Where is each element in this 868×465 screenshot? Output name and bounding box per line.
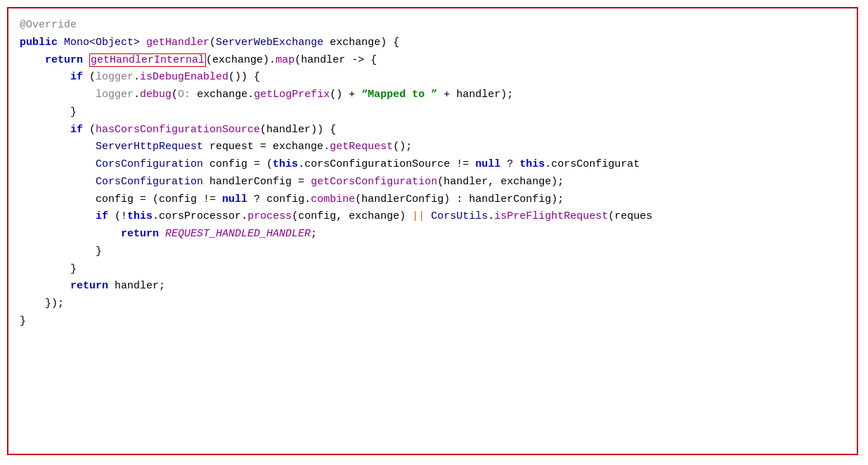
field-corsconfigurationsource: corsConfigurationSource — [304, 158, 450, 170]
keyword-this-1: this — [273, 158, 298, 170]
ref-o: O: — [178, 89, 190, 101]
code-line-3: return getHandlerInternal(exchange).map(… — [20, 52, 846, 70]
ref-reques: reques — [614, 210, 652, 222]
method-getrequest: getRequest — [330, 141, 393, 153]
method-gethandler: getHandler — [146, 37, 209, 49]
var-handlerconfig: handlerConfig — [209, 176, 292, 188]
code-line-15: } — [20, 261, 846, 279]
code-line-10: CorsConfiguration handlerConfig = getCor… — [20, 174, 846, 191]
code-block: @Override public Mono<Object> getHandler… — [7, 7, 858, 455]
var-config: config — [209, 158, 247, 170]
ref-handler-1: handler — [456, 89, 500, 101]
ref-handlerconfig-2: handlerConfig — [469, 193, 551, 205]
keyword-if-2: if — [70, 124, 83, 136]
field-corsprocessor: corsProcessor — [159, 210, 241, 222]
code-line-17: }); — [20, 295, 846, 313]
param-handler: handler — [301, 54, 345, 66]
code-line-16: return handler; — [20, 278, 846, 295]
type-serverhttprequest: ServerHttpRequest — [96, 141, 203, 153]
code-line-14: } — [20, 243, 846, 261]
ref-exchange-3: exchange — [273, 141, 323, 153]
string-mapped-to: “Mapped to ” — [361, 89, 437, 101]
code-line-18: } — [20, 313, 846, 331]
param-handler-3: handler — [443, 176, 488, 188]
param-config-2: config — [298, 210, 336, 222]
method-getcorsconfiguration: getCorsConfiguration — [311, 176, 437, 188]
var-request: request — [209, 141, 254, 153]
code-line-6: } — [20, 104, 846, 122]
type-serverwebexchange: ServerWebExchange — [216, 37, 323, 49]
ref-handlerconfig: handlerConfig — [361, 193, 443, 205]
type-corsconfiguration-2: CorsConfiguration — [96, 176, 203, 188]
code-line-8: ServerHttpRequest request = exchange.get… — [20, 139, 846, 156]
code-line-2: public Mono<Object> getHandler(ServerWeb… — [20, 34, 846, 52]
code-line-5: logger.debug(O: exchange.getLogPrefix() … — [20, 87, 846, 104]
ref-config-combine: config — [266, 193, 304, 205]
method-ispreflightrequest: isPreFlightRequest — [494, 210, 608, 222]
type-corsutils: CorsUtils — [431, 210, 488, 222]
const-request-handled-handler: REQUEST_HANDLED_HANDLER — [165, 228, 311, 240]
method-map: map — [276, 54, 294, 66]
ref-corsconfigurat: corsConfigurat — [551, 158, 640, 170]
code-line-13: return REQUEST_HANDLED_HANDLER; — [20, 226, 846, 243]
code-line-11: config = (config != null ? config.combin… — [20, 191, 846, 209]
keyword-return-2: return — [121, 228, 159, 240]
code-line-7: if (hasCorsConfigurationSource(handler))… — [20, 122, 846, 139]
param-exchange-5: exchange — [349, 210, 399, 222]
var-config-2: config — [96, 193, 134, 205]
ref-exchange-getlogprefix: exchange — [197, 89, 247, 101]
keyword-this-2: this — [519, 158, 545, 170]
keyword-return-1: return — [45, 54, 83, 66]
method-combine: combine — [311, 193, 355, 205]
param-exchange-2: exchange — [212, 54, 263, 66]
code-line-4: if (logger.isDebugEnabled()) { — [20, 69, 846, 87]
keyword-if-3: if — [96, 210, 108, 222]
code-line-12: if (!this.corsProcessor.process(config, … — [20, 208, 846, 226]
type-corsconfiguration-1: CorsConfiguration — [96, 158, 203, 170]
param-exchange: exchange — [330, 37, 380, 49]
method-gethandlerinternal-highlighted: getHandlerInternal — [89, 53, 206, 67]
method-isdebugenabled: isDebugEnabled — [140, 71, 228, 83]
keyword-if-1: if — [70, 71, 83, 83]
operator-or: || — [412, 210, 425, 222]
param-handler-2: handler — [266, 124, 311, 136]
keyword-return-3: return — [70, 280, 108, 292]
ref-logger-1: logger — [96, 71, 134, 83]
ref-handler-return: handler — [115, 280, 159, 292]
type-mono: Mono<Object> — [64, 37, 140, 49]
code-line-1: @Override — [20, 17, 846, 34]
code-line-9: CorsConfiguration config = (this.corsCon… — [20, 156, 846, 174]
keyword-this-3: this — [127, 210, 153, 222]
param-exchange-4: exchange — [500, 176, 551, 188]
method-debug: debug — [140, 89, 171, 101]
ref-logger-2: logger — [96, 89, 134, 101]
method-getlogprefix: getLogPrefix — [254, 89, 330, 101]
keyword-null-1: null — [475, 158, 500, 170]
annotation-override: @Override — [20, 19, 77, 31]
method-process: process — [247, 210, 292, 222]
keyword-public: public — [20, 37, 58, 49]
keyword-null-2: null — [222, 193, 247, 205]
method-hascorsconfigurationsource: hasCorsConfigurationSource — [96, 124, 260, 136]
ref-config-check: config — [159, 193, 197, 205]
